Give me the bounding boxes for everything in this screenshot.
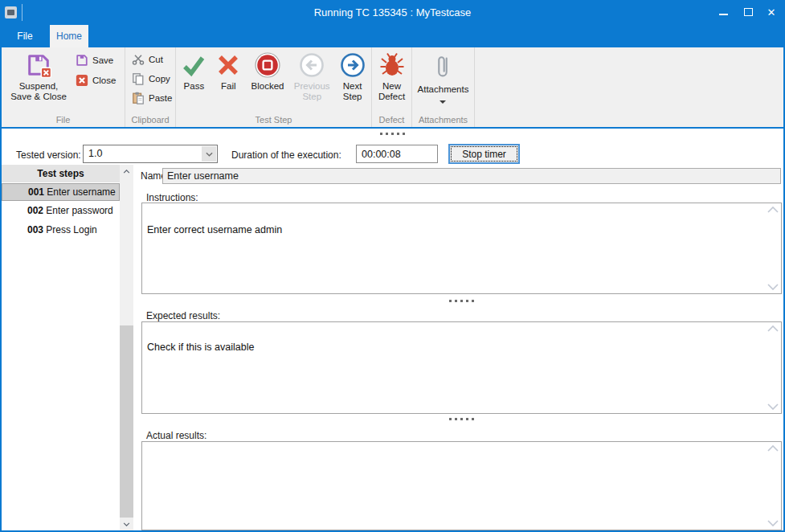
button-label: Attachments bbox=[418, 84, 469, 95]
button-label: Fail bbox=[221, 81, 236, 92]
maximize-button[interactable] bbox=[736, 0, 760, 25]
chevron-down-icon bbox=[123, 522, 130, 526]
save-button[interactable]: Save bbox=[76, 54, 116, 67]
instructions-textarea[interactable]: Enter correct username admin bbox=[141, 203, 782, 294]
button-label: Next Step bbox=[337, 81, 368, 102]
tested-version-combobox[interactable]: 1.0 bbox=[83, 145, 218, 163]
floppy-icon bbox=[76, 54, 88, 67]
instructions-text: Enter correct username admin bbox=[147, 224, 762, 235]
minimize-icon bbox=[719, 14, 728, 15]
button-label: New Defect bbox=[374, 81, 410, 102]
chevron-down-icon bbox=[440, 100, 446, 104]
close-icon: ✕ bbox=[759, 0, 783, 25]
chevron-down-icon[interactable] bbox=[767, 520, 779, 526]
group-label-clipboard: Clipboard bbox=[125, 115, 175, 125]
cut-button[interactable]: Cut bbox=[132, 53, 175, 66]
chevron-down-icon[interactable] bbox=[767, 284, 779, 290]
clipboard-icon bbox=[132, 92, 145, 104]
arrow-left-circle-icon bbox=[299, 52, 325, 78]
step-number: 003 bbox=[27, 224, 46, 235]
steps-scrollbar[interactable] bbox=[120, 165, 133, 530]
ribbon-tab-row: File Home bbox=[0, 25, 785, 47]
button-label: Copy bbox=[149, 74, 170, 84]
window-title: Running TC 135345 : MyTestcase bbox=[0, 0, 785, 25]
step-row-002[interactable]: 002 Enter password bbox=[2, 203, 120, 220]
step-number: 001 bbox=[28, 186, 47, 198]
test-steps-header: Test steps bbox=[2, 165, 120, 182]
ribbon-group-defect: New Defect Defect bbox=[372, 47, 412, 127]
button-label: Save bbox=[92, 55, 113, 65]
button-label: Suspend, Save & Close bbox=[8, 81, 69, 102]
button-label: Pass bbox=[184, 81, 205, 92]
button-label: Cut bbox=[149, 55, 163, 64]
expected-results-text: Check if this is available bbox=[147, 342, 762, 353]
maximize-icon bbox=[744, 8, 753, 16]
actual-results-textarea[interactable] bbox=[141, 441, 782, 530]
minimize-button[interactable] bbox=[711, 0, 735, 25]
arrow-right-circle-icon bbox=[340, 52, 366, 78]
title-bar: Running TC 135345 : MyTestcase ✕ bbox=[0, 0, 785, 25]
button-label: Blocked bbox=[251, 81, 284, 92]
duration-label: Duration of the execution: bbox=[231, 149, 341, 161]
name-input[interactable] bbox=[162, 168, 781, 184]
close-ribbon-button[interactable]: Close bbox=[76, 74, 116, 87]
app-window: Running TC 135345 : MyTestcase ✕ File Ho… bbox=[0, 0, 785, 532]
group-label-test-step: Test Step bbox=[176, 115, 371, 125]
tested-version-value: 1.0 bbox=[88, 145, 102, 162]
ribbon-group-file: Suspend, Save & Close Save Close bbox=[2, 47, 125, 127]
stop-circle-icon bbox=[255, 52, 280, 78]
red-x-square-icon bbox=[76, 74, 88, 87]
expected-results-textarea[interactable]: Check if this is available bbox=[141, 321, 782, 414]
scissors-icon bbox=[132, 53, 145, 66]
ribbon-splitter-handle[interactable] bbox=[0, 133, 785, 135]
group-label-file: File bbox=[2, 115, 125, 125]
button-label: Paste bbox=[149, 93, 172, 103]
ribbon-group-attachments: Attachments Attachments bbox=[412, 47, 475, 127]
scroll-down-button[interactable] bbox=[120, 518, 133, 530]
step-row-001[interactable]: 001 Enter username bbox=[2, 183, 120, 201]
stop-timer-button[interactable]: Stop timer bbox=[448, 144, 520, 164]
test-steps-panel: Test steps 001 Enter username 002 Enter … bbox=[2, 165, 120, 530]
step-row-003[interactable]: 003 Press Login bbox=[2, 222, 120, 239]
floppy-with-x-icon bbox=[26, 52, 51, 78]
ribbon-spacer bbox=[475, 47, 785, 127]
chevron-down-icon[interactable] bbox=[767, 403, 779, 410]
group-label-attachments: Attachments bbox=[412, 115, 474, 125]
tested-version-label: Tested version: bbox=[16, 149, 81, 161]
close-button[interactable]: ✕ bbox=[759, 0, 783, 25]
button-label: Close bbox=[92, 76, 116, 85]
step-label: Press Login bbox=[46, 224, 96, 235]
instructions-label: Instructions: bbox=[146, 192, 198, 203]
step-number: 002 bbox=[27, 205, 46, 216]
actual-results-label: Actual results: bbox=[146, 430, 206, 441]
window-border-left bbox=[0, 0, 2, 532]
paperclip-icon bbox=[434, 52, 452, 81]
copy-pages-icon bbox=[132, 72, 145, 85]
tab-file[interactable]: File bbox=[0, 25, 50, 47]
bug-icon bbox=[379, 52, 405, 78]
paste-button[interactable]: Paste bbox=[132, 92, 175, 104]
ribbon-group-clipboard: Cut Copy Paste bbox=[125, 47, 176, 127]
chevron-up-icon[interactable] bbox=[767, 445, 779, 452]
combobox-dropdown-button[interactable] bbox=[202, 146, 216, 162]
red-x-icon bbox=[215, 52, 241, 78]
scrollbar-thumb[interactable] bbox=[120, 325, 133, 518]
instructions-splitter-handle[interactable] bbox=[141, 300, 782, 302]
scroll-up-button[interactable] bbox=[120, 165, 133, 178]
expected-results-label: Expected results: bbox=[146, 310, 220, 321]
chevron-down-icon bbox=[206, 152, 213, 157]
chevron-up-icon bbox=[123, 170, 130, 174]
expected-splitter-handle[interactable] bbox=[141, 418, 782, 420]
green-check-icon bbox=[181, 52, 206, 78]
chevron-up-icon[interactable] bbox=[767, 207, 779, 213]
duration-input[interactable] bbox=[356, 145, 438, 163]
tab-home[interactable]: Home bbox=[50, 25, 88, 47]
ribbon-group-test-step: Pass Fail Blocked bbox=[176, 47, 372, 127]
chevron-up-icon[interactable] bbox=[767, 325, 779, 332]
group-label-defect: Defect bbox=[372, 115, 411, 125]
copy-button[interactable]: Copy bbox=[132, 72, 175, 85]
step-label: Enter username bbox=[47, 186, 115, 198]
button-label: Previous Step bbox=[291, 81, 333, 102]
ribbon: Suspend, Save & Close Save Close bbox=[0, 47, 785, 129]
step-label: Enter password bbox=[46, 205, 112, 216]
